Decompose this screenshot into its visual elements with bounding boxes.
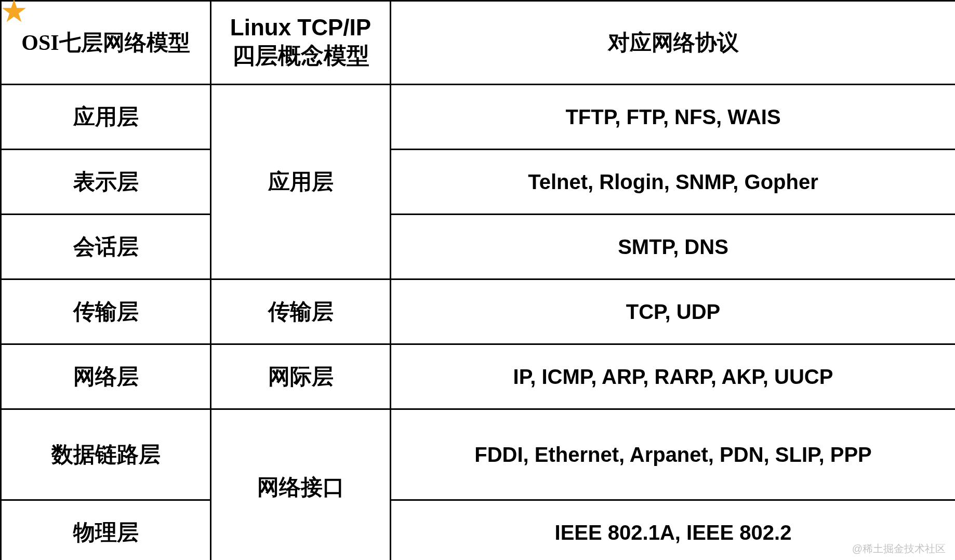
network-model-table: OSI七层网络模型 Linux TCP/IP 四层概念模型 对应网络协议 应用层… xyxy=(0,0,955,560)
table-row: 数据链路层 网络接口 FDDI, Ethernet, Arpanet, PDN,… xyxy=(1,409,956,500)
osi-layer-session: 会话层 xyxy=(1,215,211,279)
table-row: 物理层 IEEE 802.1A, IEEE 802.2 xyxy=(1,500,956,561)
proto-network: IP, ICMP, ARP, RARP, AKP, UUCP xyxy=(391,344,956,409)
watermark: @稀土掘金技术社区 xyxy=(852,542,946,556)
proto-application: TFTP, FTP, NFS, WAIS xyxy=(391,85,956,150)
osi-layer-physical: 物理层 xyxy=(1,500,211,561)
tcp-layer-transport: 传输层 xyxy=(211,279,391,344)
osi-layer-application: 应用层 xyxy=(1,85,211,150)
header-tcpip-line1: Linux TCP/IP xyxy=(217,15,384,41)
osi-layer-network: 网络层 xyxy=(1,344,211,409)
proto-transport: TCP, UDP xyxy=(391,279,956,344)
table-row: 表示层 Telnet, Rlogin, SNMP, Gopher xyxy=(1,150,956,215)
header-tcpip: Linux TCP/IP 四层概念模型 xyxy=(211,1,391,85)
table-row: 应用层 应用层 TFTP, FTP, NFS, WAIS xyxy=(1,85,956,150)
proto-datalink: FDDI, Ethernet, Arpanet, PDN, SLIP, PPP xyxy=(391,409,956,500)
tcp-layer-network-interface: 网络接口 xyxy=(211,409,391,561)
header-protocols: 对应网络协议 xyxy=(391,1,956,85)
star-icon: ★ xyxy=(0,0,28,27)
tcp-layer-application: 应用层 xyxy=(211,85,391,279)
table-header-row: OSI七层网络模型 Linux TCP/IP 四层概念模型 对应网络协议 xyxy=(1,1,956,85)
table-row: 会话层 SMTP, DNS xyxy=(1,215,956,279)
tcp-layer-internet: 网际层 xyxy=(211,344,391,409)
header-osi: OSI七层网络模型 xyxy=(1,1,211,85)
osi-layer-datalink: 数据链路层 xyxy=(1,409,211,500)
table-row: 传输层 传输层 TCP, UDP xyxy=(1,279,956,344)
proto-session: SMTP, DNS xyxy=(391,215,956,279)
proto-presentation: Telnet, Rlogin, SNMP, Gopher xyxy=(391,150,956,215)
osi-layer-transport: 传输层 xyxy=(1,279,211,344)
table-row: 网络层 网际层 IP, ICMP, ARP, RARP, AKP, UUCP xyxy=(1,344,956,409)
osi-layer-presentation: 表示层 xyxy=(1,150,211,215)
header-tcpip-line2: 四层概念模型 xyxy=(217,41,384,71)
